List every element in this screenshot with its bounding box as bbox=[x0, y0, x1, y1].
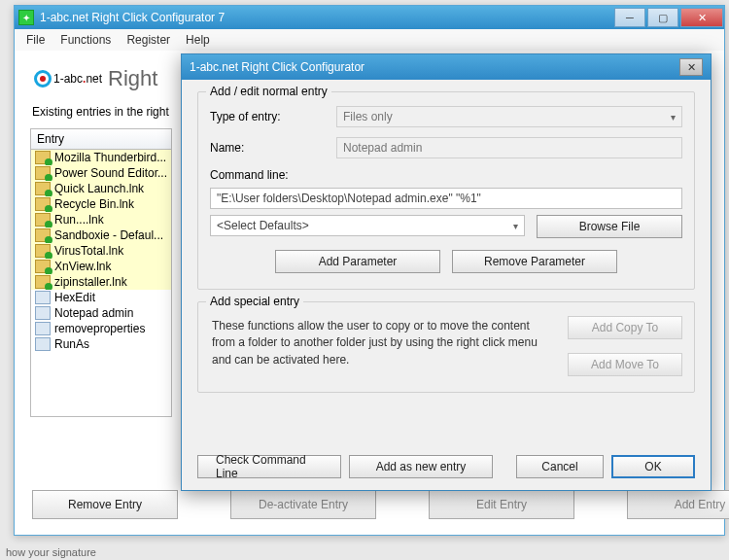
list-item-label: Run....lnk bbox=[54, 213, 104, 227]
list-item-label: HexEdit bbox=[54, 291, 95, 304]
close-button[interactable]: ✕ bbox=[680, 8, 723, 27]
menubar: File Functions Register Help bbox=[15, 29, 724, 51]
special-entry-description: These functions allow the user to copy o… bbox=[210, 316, 552, 376]
dialog-close-button[interactable]: ✕ bbox=[679, 58, 703, 76]
type-label: Type of entry: bbox=[210, 110, 336, 123]
entries-grid: Entry Mozilla Thunderbird...Power Sound … bbox=[30, 128, 172, 417]
link-icon bbox=[35, 337, 51, 351]
normal-entry-group-title: Add / edit normal entry bbox=[206, 85, 331, 98]
list-item-label: RunAs bbox=[54, 337, 89, 351]
app-icon: ✦ bbox=[18, 10, 34, 25]
remove-parameter-button[interactable]: Remove Parameter bbox=[452, 250, 617, 273]
list-item-label: Recycle Bin.lnk bbox=[54, 197, 134, 211]
folder-icon bbox=[35, 275, 51, 289]
list-item-label: XnView.lnk bbox=[54, 260, 111, 273]
name-input[interactable]: Notepad admin bbox=[336, 137, 682, 158]
name-label: Name: bbox=[210, 141, 336, 155]
edit-entry-button[interactable]: Edit Entry bbox=[429, 490, 574, 519]
dialog-footer: Check Command Line Add as new entry Canc… bbox=[182, 455, 711, 478]
list-item-label: Notepad admin bbox=[54, 306, 133, 320]
menu-file[interactable]: File bbox=[26, 33, 45, 47]
add-move-to-button[interactable]: Add Move To bbox=[568, 353, 682, 376]
list-item-label: Mozilla Thunderbird... bbox=[54, 151, 166, 164]
list-item[interactable]: HexEdit bbox=[31, 290, 171, 305]
status-text: how your signature bbox=[0, 544, 102, 560]
ok-button[interactable]: OK bbox=[611, 455, 695, 478]
list-item[interactable]: Run....lnk bbox=[31, 212, 171, 228]
cancel-button[interactable]: Cancel bbox=[516, 455, 604, 478]
list-item-label: Quick Launch.lnk bbox=[54, 182, 144, 195]
chevron-down-icon: ▾ bbox=[513, 221, 518, 231]
command-line-label: Command line: bbox=[210, 168, 289, 182]
command-line-input[interactable]: "E:\User folders\Desktop\Notepad admin.e… bbox=[210, 188, 682, 209]
deactivate-entry-button[interactable]: De-activate Entry bbox=[230, 490, 376, 519]
grid-body[interactable]: Mozilla Thunderbird...Power Sound Editor… bbox=[31, 150, 171, 416]
page-heading: Right bbox=[108, 66, 157, 91]
logo: 1-abc.net bbox=[32, 70, 102, 88]
folder-icon bbox=[35, 197, 51, 211]
logo-circle-icon bbox=[34, 70, 52, 88]
add-entry-button[interactable]: Add Entry bbox=[627, 490, 729, 519]
list-item-label: zipinstaller.lnk bbox=[54, 275, 127, 289]
list-item-label: Power Sound Editor... bbox=[54, 166, 167, 180]
list-item-label: Sandboxie - Defaul... bbox=[54, 228, 163, 242]
maximize-button[interactable]: ▢ bbox=[647, 8, 678, 27]
minimize-button[interactable]: ─ bbox=[614, 8, 645, 27]
edit-entry-dialog: 1-abc.net Right Click Configurator ✕ Add… bbox=[181, 53, 712, 491]
dialog-title: 1-abc.net Right Click Configurator bbox=[190, 60, 679, 74]
list-item[interactable]: Recycle Bin.lnk bbox=[31, 196, 171, 212]
folder-icon bbox=[35, 182, 51, 195]
check-command-line-button[interactable]: Check Command Line bbox=[197, 455, 341, 478]
add-parameter-button[interactable]: Add Parameter bbox=[275, 250, 440, 273]
browse-file-button[interactable]: Browse File bbox=[537, 215, 682, 238]
remove-entry-button[interactable]: Remove Entry bbox=[32, 490, 178, 519]
list-item[interactable]: removeproperties bbox=[31, 321, 171, 336]
menu-functions[interactable]: Functions bbox=[60, 33, 111, 47]
type-select[interactable]: Files only ▾ bbox=[336, 106, 682, 127]
menu-help[interactable]: Help bbox=[186, 33, 210, 47]
list-item-label: removeproperties bbox=[54, 322, 145, 335]
grid-header[interactable]: Entry bbox=[31, 129, 171, 150]
add-as-new-entry-button[interactable]: Add as new entry bbox=[349, 455, 493, 478]
defaults-select[interactable]: <Select Defaults> ▾ bbox=[210, 215, 525, 236]
link-icon bbox=[35, 291, 51, 304]
list-item[interactable]: Sandboxie - Defaul... bbox=[31, 228, 171, 243]
link-icon bbox=[35, 322, 51, 335]
list-item[interactable]: zipinstaller.lnk bbox=[31, 274, 171, 290]
folder-icon bbox=[35, 260, 51, 273]
list-item[interactable]: Power Sound Editor... bbox=[31, 165, 171, 181]
list-item[interactable]: Notepad admin bbox=[31, 305, 171, 321]
link-icon bbox=[35, 306, 51, 320]
chevron-down-icon: ▾ bbox=[671, 112, 676, 122]
folder-icon bbox=[35, 166, 51, 180]
titlebar[interactable]: ✦ 1-abc.net Right Click Configurator 7 ─… bbox=[15, 6, 724, 29]
special-entry-group-title: Add special entry bbox=[206, 295, 303, 308]
window-title: 1-abc.net Right Click Configurator 7 bbox=[40, 11, 613, 24]
list-item-label: VirusTotal.lnk bbox=[54, 244, 123, 258]
folder-icon bbox=[35, 213, 51, 227]
menu-register[interactable]: Register bbox=[126, 33, 170, 47]
list-item[interactable]: Mozilla Thunderbird... bbox=[31, 150, 171, 165]
list-item[interactable]: XnView.lnk bbox=[31, 259, 171, 274]
normal-entry-group: Add / edit normal entry Type of entry: F… bbox=[197, 91, 695, 290]
special-entry-group: Add special entry These functions allow … bbox=[197, 301, 695, 393]
dialog-titlebar[interactable]: 1-abc.net Right Click Configurator ✕ bbox=[182, 54, 711, 80]
list-item[interactable]: RunAs bbox=[31, 336, 171, 352]
list-item[interactable]: Quick Launch.lnk bbox=[31, 181, 171, 196]
folder-icon bbox=[35, 228, 51, 242]
list-item[interactable]: VirusTotal.lnk bbox=[31, 243, 171, 259]
folder-icon bbox=[35, 244, 51, 258]
folder-icon bbox=[35, 151, 51, 164]
add-copy-to-button[interactable]: Add Copy To bbox=[568, 316, 682, 339]
